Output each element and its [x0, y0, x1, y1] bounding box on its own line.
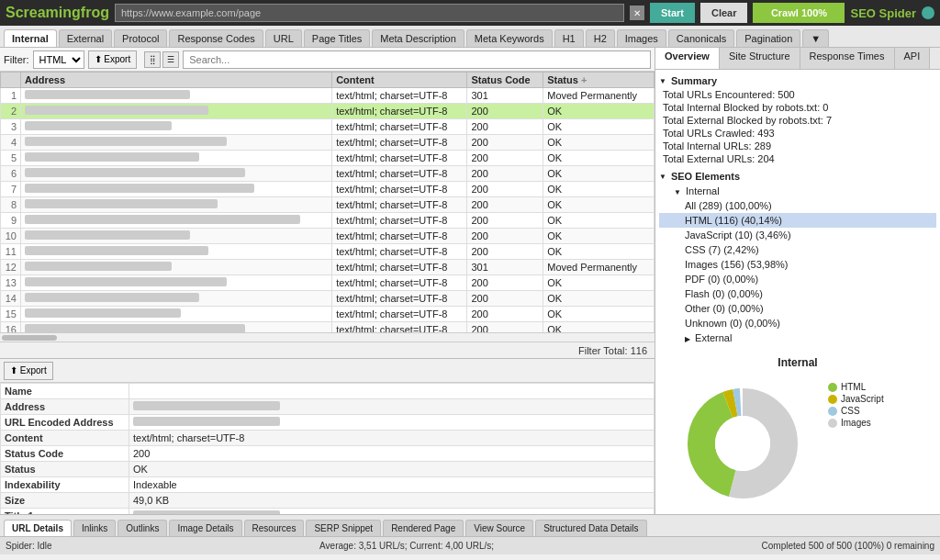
bottom-tab-rendered-page[interactable]: Rendered Page [383, 520, 464, 536]
row-status: Moved Permanently [543, 260, 655, 275]
right-content[interactable]: ▼ Summary Total URLs Encountered: 500Tot… [655, 70, 940, 514]
row-number: 14 [1, 291, 21, 307]
main-tab-internal[interactable]: Internal [4, 29, 57, 47]
columns-icon[interactable]: ⣿ [144, 51, 161, 68]
table-row[interactable]: 4text/html; charset=UTF-8200OK [1, 135, 655, 151]
search-input[interactable] [183, 50, 651, 69]
row-status-code: 301 [467, 88, 543, 104]
table-row[interactable]: 12text/html; charset=UTF-8301Moved Perma… [1, 260, 655, 275]
list-icon[interactable]: ☰ [162, 51, 179, 68]
filter-total-label: Filter Total: [578, 345, 628, 356]
legend-label: JavaScript [841, 394, 884, 404]
main-tab-meta-description[interactable]: Meta Description [372, 29, 464, 47]
table-body: 1text/html; charset=UTF-8301Moved Perman… [1, 88, 655, 333]
internal-item[interactable]: CSS (7) (2,42%) [659, 242, 936, 257]
table-row[interactable]: 2text/html; charset=UTF-8200OK [1, 104, 655, 119]
main-tab-page-titles[interactable]: Page Titles [304, 29, 370, 47]
legend-item: HTML [828, 382, 884, 392]
filter-select[interactable]: HTML [33, 50, 84, 69]
right-tab-api[interactable]: API [895, 48, 931, 69]
table-row[interactable]: 7text/html; charset=UTF-8200OK [1, 182, 655, 197]
main-tab-h1[interactable]: H1 [554, 29, 584, 47]
col-content[interactable]: Content [332, 73, 467, 88]
clear-button[interactable]: Clear [700, 3, 748, 23]
row-status: OK [543, 151, 655, 166]
table-row[interactable]: 9text/html; charset=UTF-8200OK [1, 213, 655, 229]
bottom-tab-resources[interactable]: Resources [244, 520, 305, 536]
url-input[interactable] [115, 4, 624, 22]
detail-export-button[interactable]: ⬆ Export [4, 362, 53, 380]
row-content: text/html; charset=UTF-8 [332, 119, 467, 135]
table-row[interactable]: 10text/html; charset=UTF-8200OK [1, 229, 655, 244]
detail-row: StatusOK [1, 462, 655, 477]
horizontal-scrollbar-thumb[interactable] [2, 335, 57, 341]
seo-elements-header[interactable]: ▼ SEO Elements [659, 169, 936, 184]
bottom-tab-structured-data-details[interactable]: Structured Data Details [535, 520, 646, 536]
main-tab-canonicals[interactable]: Canonicals [668, 29, 734, 47]
main-tab-meta-keywords[interactable]: Meta Keywords [466, 29, 553, 47]
export-button[interactable]: ⬆ Export [88, 50, 138, 69]
internal-item[interactable]: Images (156) (53,98%) [659, 257, 936, 272]
summary-header[interactable]: ▼ Summary [659, 73, 936, 88]
external-header-item[interactable]: ▶ External [659, 330, 936, 345]
bottom-tab-outlinks[interactable]: Outlinks [118, 520, 167, 536]
table-row[interactable]: 6text/html; charset=UTF-8200OK [1, 166, 655, 182]
main-tab-h2[interactable]: H2 [586, 29, 615, 47]
detail-row: Status Code200 [1, 446, 655, 462]
right-tab-response-times[interactable]: Response Times [800, 48, 895, 69]
main-tab-pagination[interactable]: Pagination [736, 29, 800, 47]
internal-item[interactable]: JavaScript (10) (3,46%) [659, 228, 936, 242]
main-tab-url[interactable]: URL [265, 29, 302, 47]
row-address [21, 151, 332, 166]
row-address [21, 307, 332, 322]
bottom-tab-view-source[interactable]: View Source [465, 520, 533, 536]
main-tab-protocol[interactable]: Protocol [114, 29, 167, 47]
status-right: Completed 500 of 500 (100%) 0 remaining [762, 541, 934, 551]
table-row[interactable]: 16text/html; charset=UTF-8200OK [1, 322, 655, 333]
start-button[interactable]: Start [650, 3, 695, 23]
data-table[interactable]: Address Content Status Code Status + 1te… [0, 72, 655, 332]
row-number: 8 [1, 197, 21, 213]
table-row[interactable]: 8text/html; charset=UTF-8200OK [1, 197, 655, 213]
filter-label: Filter: [4, 54, 29, 65]
bottom-tab-inlinks[interactable]: Inlinks [73, 520, 116, 536]
bottom-tab-image-details[interactable]: Image Details [169, 520, 241, 536]
internal-item[interactable]: Other (0) (0,00%) [659, 301, 936, 316]
internal-item[interactable]: Flash (0) (0,00%) [659, 286, 936, 301]
row-content: text/html; charset=UTF-8 [332, 229, 467, 244]
internal-item[interactable]: Unknown (0) (0,00%) [659, 316, 936, 330]
internal-item[interactable]: All (289) (100,00%) [659, 198, 936, 213]
detail-table-wrap[interactable]: NameAddressURL Encoded AddressContenttex… [0, 383, 655, 514]
table-row[interactable]: 15text/html; charset=UTF-8200OK [1, 307, 655, 322]
row-content: text/html; charset=UTF-8 [332, 151, 467, 166]
table-row[interactable]: 1text/html; charset=UTF-8301Moved Perman… [1, 88, 655, 104]
table-row[interactable]: 13text/html; charset=UTF-8200OK [1, 275, 655, 291]
table-row[interactable]: 14text/html; charset=UTF-8200OK [1, 291, 655, 307]
internal-item[interactable]: PDF (0) (0,00%) [659, 272, 936, 286]
main-tab-external[interactable]: External [59, 29, 112, 47]
right-tab-overview[interactable]: Overview [655, 48, 720, 69]
bottom-tab-url-details[interactable]: URL Details [4, 520, 72, 536]
internal-sub-header[interactable]: ▼ Internal [659, 184, 936, 198]
detail-field-name: URL Encoded Address [1, 415, 129, 431]
detail-field-value [129, 384, 655, 399]
url-close-button[interactable]: ✕ [630, 6, 644, 20]
summary-item: Total Internal URLs: 289 [659, 140, 936, 152]
detail-row: Contenttext/html; charset=UTF-8 [1, 431, 655, 446]
crawl-button[interactable]: Crawl 100% [753, 3, 845, 23]
table-row[interactable]: 3text/html; charset=UTF-8200OK [1, 119, 655, 135]
summary-item: Total Internal Blocked by robots.txt: 0 [659, 101, 936, 114]
internal-item[interactable]: HTML (116) (40,14%) [659, 213, 936, 228]
horizontal-scrollbar[interactable] [0, 332, 655, 342]
bottom-tab-serp-snippet[interactable]: SERP Snippet [306, 520, 381, 536]
col-address[interactable]: Address [21, 73, 332, 88]
main-tab-▼[interactable]: ▼ [802, 29, 829, 47]
col-status[interactable]: Status + [543, 73, 655, 88]
table-row[interactable]: 5text/html; charset=UTF-8200OK [1, 151, 655, 166]
main-tab-response-codes[interactable]: Response Codes [169, 29, 263, 47]
row-status-code: 200 [467, 322, 543, 333]
table-row[interactable]: 11text/html; charset=UTF-8200OK [1, 244, 655, 260]
main-tab-images[interactable]: Images [617, 29, 666, 47]
right-tab-site-structure[interactable]: Site Structure [720, 48, 800, 69]
col-status-code[interactable]: Status Code [467, 73, 543, 88]
